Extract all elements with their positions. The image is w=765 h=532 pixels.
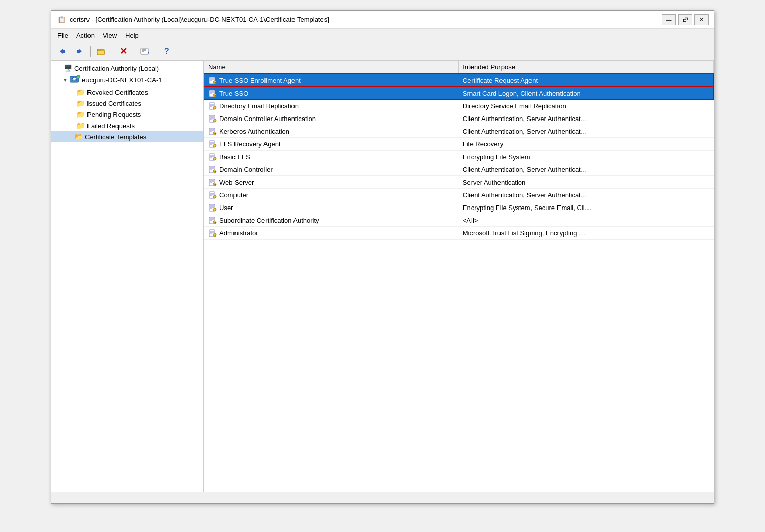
toolbar: ✕ ? bbox=[51, 42, 714, 61]
folder-icon-revoked: 📁 bbox=[76, 88, 85, 96]
folder-icon-failed: 📁 bbox=[76, 122, 85, 130]
template-icon: ★ bbox=[208, 190, 217, 199]
template-icon: ★ bbox=[208, 88, 217, 98]
expand-icon bbox=[55, 65, 63, 72]
template-icon: ★ bbox=[208, 178, 217, 187]
tree-label-issued: Issued Certificates bbox=[87, 100, 141, 107]
svg-text:★: ★ bbox=[214, 132, 216, 135]
cell-purpose: Microsoft Trust List Signing, Encrypting… bbox=[459, 227, 714, 240]
svg-marker-0 bbox=[60, 49, 63, 54]
main-content: 🖥️ Certification Authority (Local) ▼ CA … bbox=[51, 61, 714, 492]
svg-text:★: ★ bbox=[214, 158, 216, 160]
tree-ca-node[interactable]: ▼ CA ✓ eucguru-DC-NEXT01-CA-1 bbox=[51, 74, 203, 86]
cell-purpose: Client Authentication, Server Authentica… bbox=[459, 112, 714, 125]
svg-text:★: ★ bbox=[214, 145, 216, 147]
table-row[interactable]: ★ Subordinate Certification Authority<Al… bbox=[204, 214, 714, 227]
delete-button[interactable]: ✕ bbox=[115, 45, 131, 58]
tree-item-templates[interactable]: 📂 Certificate Templates bbox=[51, 131, 203, 142]
table-row[interactable]: ★ Web ServerServer Authentication bbox=[204, 176, 714, 189]
svg-text:★: ★ bbox=[214, 221, 216, 224]
row-name-text: User bbox=[219, 204, 233, 212]
svg-text:★: ★ bbox=[214, 234, 216, 237]
tree-label-pending: Pending Requests bbox=[87, 111, 141, 119]
cell-purpose: Encrypting File System bbox=[459, 151, 714, 163]
menu-bar: File Action View Help bbox=[51, 29, 714, 42]
template-icon: ★ bbox=[208, 228, 217, 238]
row-name-text: Directory Email Replication bbox=[219, 102, 299, 110]
tree-root[interactable]: 🖥️ Certification Authority (Local) bbox=[51, 63, 203, 74]
cell-name: ★ Subordinate Certification Authority bbox=[204, 214, 459, 227]
back-button[interactable] bbox=[54, 45, 70, 58]
table-row[interactable]: ★ Directory Email ReplicationDirectory S… bbox=[204, 100, 714, 112]
row-name-text: Administrator bbox=[219, 229, 258, 237]
folder-icon-templates: 📂 bbox=[74, 133, 83, 141]
cell-name: ★ EFS Recovery Agent bbox=[204, 138, 459, 151]
cell-purpose: Client Authentication, Server Authentica… bbox=[459, 189, 714, 201]
table-row[interactable]: ★ EFS Recovery AgentFile Recovery bbox=[204, 138, 714, 151]
svg-rect-1 bbox=[63, 50, 65, 53]
table-row[interactable]: ★ Basic EFSEncrypting File System bbox=[204, 151, 714, 163]
cell-name: ★ Domain Controller Authentication bbox=[204, 112, 459, 125]
help-button[interactable]: ? bbox=[159, 45, 174, 58]
menu-action[interactable]: Action bbox=[72, 30, 99, 41]
table-row[interactable]: ★ Domain Controller AuthenticationClient… bbox=[204, 112, 714, 125]
toolbar-separator-1 bbox=[90, 46, 91, 57]
template-icon: ★ bbox=[208, 76, 217, 85]
cell-name: ★ True SSO Enrollment Agent bbox=[204, 74, 459, 87]
table-row[interactable]: ★ ComputerClient Authentication, Server … bbox=[204, 189, 714, 201]
table-row[interactable]: ★ AdministratorMicrosoft Trust List Sign… bbox=[204, 227, 714, 240]
window-title: certsrv - [Certification Authority (Loca… bbox=[70, 16, 329, 23]
folder-icon-pending: 📁 bbox=[76, 110, 85, 119]
minimize-button[interactable]: — bbox=[662, 14, 676, 25]
app-icon: 📋 bbox=[56, 15, 67, 25]
status-text bbox=[55, 493, 57, 500]
cell-purpose: <All> bbox=[459, 214, 714, 227]
template-icon: ★ bbox=[208, 139, 217, 149]
browse-button[interactable] bbox=[94, 45, 109, 58]
table-row[interactable]: ★ Domain ControllerClient Authentication… bbox=[204, 163, 714, 176]
cell-purpose: Client Authentication, Server Authentica… bbox=[459, 163, 714, 176]
restore-button[interactable]: 🗗 bbox=[678, 14, 692, 25]
col-header-purpose[interactable]: Intended Purpose bbox=[459, 61, 714, 74]
window-controls: — 🗗 ✕ bbox=[662, 14, 709, 25]
tree-item-issued[interactable]: 📁 Issued Certificates bbox=[51, 98, 203, 109]
tree-item-revoked[interactable]: 📁 Revoked Certificates bbox=[51, 86, 203, 98]
tree-item-pending[interactable]: 📁 Pending Requests bbox=[51, 109, 203, 120]
menu-file[interactable]: File bbox=[53, 30, 72, 41]
table-row[interactable]: ★ True SSOSmart Card Logon, Client Authe… bbox=[204, 87, 714, 100]
tree-label-templates: Certificate Templates bbox=[85, 133, 146, 141]
cell-name: ★ Directory Email Replication bbox=[204, 100, 459, 112]
cell-purpose: Smart Card Logon, Client Authentication bbox=[459, 87, 714, 100]
close-button[interactable]: ✕ bbox=[694, 14, 709, 25]
toolbar-separator-3 bbox=[134, 46, 134, 57]
col-header-name[interactable]: Name bbox=[204, 61, 459, 74]
cell-name: ★ Administrator bbox=[204, 227, 459, 240]
svg-text:★: ★ bbox=[214, 170, 216, 173]
row-name-text: True SSO Enrollment Agent bbox=[219, 77, 301, 84]
template-icon: ★ bbox=[208, 101, 217, 110]
cell-purpose: Server Authentication bbox=[459, 176, 714, 189]
svg-text:★: ★ bbox=[214, 120, 216, 122]
computer-icon: 🖥️ bbox=[64, 64, 72, 72]
cell-purpose: Directory Service Email Replication bbox=[459, 100, 714, 112]
cert-table: Name Intended Purpose ★ True SSO Enrollm… bbox=[204, 61, 714, 240]
menu-help[interactable]: Help bbox=[121, 30, 143, 41]
svg-rect-7 bbox=[141, 48, 148, 54]
forward-button[interactable] bbox=[72, 45, 87, 58]
svg-marker-2 bbox=[79, 49, 82, 54]
export-button[interactable] bbox=[137, 45, 153, 58]
table-row[interactable]: ★ True SSO Enrollment AgentCertificate R… bbox=[204, 74, 714, 87]
row-name-text: True SSO bbox=[219, 90, 248, 97]
table-row[interactable]: ★ UserEncrypting File System, Secure Ema… bbox=[204, 201, 714, 214]
template-icon: ★ bbox=[208, 127, 217, 136]
tree-root-label: Certification Authority (Local) bbox=[74, 65, 159, 72]
menu-view[interactable]: View bbox=[99, 30, 121, 41]
cell-purpose: Certificate Request Agent bbox=[459, 74, 714, 87]
row-name-text: Domain Controller bbox=[219, 166, 273, 173]
svg-text:★: ★ bbox=[214, 107, 216, 109]
svg-text:★: ★ bbox=[214, 209, 216, 211]
tree-item-failed[interactable]: 📁 Failed Requests bbox=[51, 120, 203, 131]
svg-rect-3 bbox=[77, 50, 79, 53]
table-row[interactable]: ★ Kerberos AuthenticationClient Authenti… bbox=[204, 125, 714, 138]
row-name-text: Computer bbox=[219, 191, 248, 199]
